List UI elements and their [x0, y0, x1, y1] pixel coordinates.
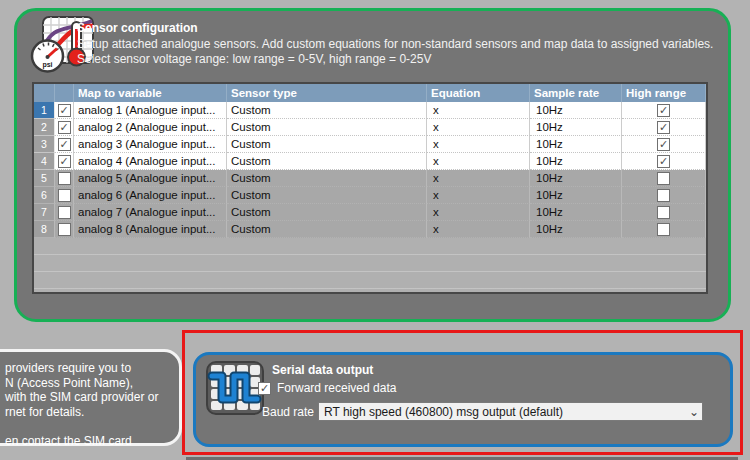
- table-row[interactable]: 5 analog 5 (Analogue input... Custom x 1…: [34, 170, 706, 187]
- high-range-cell[interactable]: [622, 170, 706, 187]
- row-number-cell[interactable]: 6: [34, 187, 55, 204]
- high-range-checkbox[interactable]: ✓: [657, 104, 670, 117]
- table-row[interactable]: 2 ✓ analog 2 (Analogue input... Custom x…: [34, 119, 706, 136]
- variable-cell[interactable]: analog 4 (Analogue input...: [74, 153, 227, 170]
- row-number-cell[interactable]: 1: [34, 102, 55, 119]
- high-range-cell[interactable]: ✓: [622, 119, 706, 136]
- equation-cell[interactable]: x: [427, 170, 530, 187]
- row-number-cell[interactable]: 8: [34, 221, 55, 238]
- row-number-cell[interactable]: 2: [34, 119, 55, 136]
- variable-cell[interactable]: analog 8 (Analogue input...: [74, 221, 227, 238]
- variable-cell[interactable]: analog 5 (Analogue input...: [74, 170, 227, 187]
- sample-rate-cell[interactable]: 10Hz: [530, 102, 622, 119]
- map-checkbox[interactable]: ✓: [58, 155, 71, 168]
- map-checkbox[interactable]: ✓: [58, 104, 71, 117]
- equation-cell[interactable]: x: [427, 153, 530, 170]
- high-range-checkbox[interactable]: [657, 206, 670, 219]
- sensor-panel-title: Sensor configuration: [77, 21, 198, 35]
- row-number-cell[interactable]: 5: [34, 170, 55, 187]
- map-checkbox-cell[interactable]: [55, 204, 74, 221]
- sensor-type-cell[interactable]: Custom: [227, 102, 427, 119]
- sensor-type-cell[interactable]: Custom: [227, 136, 427, 153]
- map-checkbox[interactable]: ✓: [58, 121, 71, 134]
- map-checkbox-cell[interactable]: ✓: [55, 136, 74, 153]
- variable-cell[interactable]: analog 7 (Analogue input...: [74, 204, 227, 221]
- header-sample-rate: Sample rate: [530, 84, 622, 102]
- sample-rate-cell[interactable]: 10Hz: [530, 153, 622, 170]
- high-range-cell[interactable]: ✓: [622, 153, 706, 170]
- sensor-table-header: Map to variable Sensor type Equation Sam…: [34, 84, 706, 102]
- sample-rate-cell[interactable]: 10Hz: [530, 221, 622, 238]
- row-number-cell[interactable]: 4: [34, 153, 55, 170]
- sim-info-line: en contact the SIM card: [5, 434, 173, 449]
- variable-cell[interactable]: analog 3 (Analogue input...: [74, 136, 227, 153]
- sample-rate-cell[interactable]: 10Hz: [530, 119, 622, 136]
- map-checkbox[interactable]: ✓: [58, 138, 71, 151]
- header-row-number: [34, 84, 55, 102]
- map-checkbox[interactable]: [58, 189, 71, 202]
- high-range-cell[interactable]: ✓: [622, 102, 706, 119]
- sensor-type-cell[interactable]: Custom: [227, 187, 427, 204]
- sim-info-line: [5, 419, 173, 434]
- map-checkbox[interactable]: [58, 223, 71, 236]
- row-number-cell[interactable]: 3: [34, 136, 55, 153]
- sensor-type-cell[interactable]: Custom: [227, 119, 427, 136]
- high-range-cell[interactable]: [622, 221, 706, 238]
- sample-rate-cell[interactable]: 10Hz: [530, 170, 622, 187]
- sensor-type-cell[interactable]: Custom: [227, 221, 427, 238]
- map-checkbox-cell[interactable]: [55, 170, 74, 187]
- variable-cell[interactable]: analog 1 (Analogue input...: [74, 102, 227, 119]
- table-row[interactable]: 3 ✓ analog 3 (Analogue input... Custom x…: [34, 136, 706, 153]
- header-equation: Equation: [427, 84, 530, 102]
- table-row[interactable]: 1 ✓ analog 1 (Analogue input... Custom x…: [34, 102, 706, 119]
- sim-info-line: rnet for details.: [5, 405, 173, 420]
- sensor-type-cell[interactable]: Custom: [227, 170, 427, 187]
- equation-cell[interactable]: x: [427, 102, 530, 119]
- sensor-type-cell[interactable]: Custom: [227, 204, 427, 221]
- forward-data-row: ✓ Forward received data: [258, 381, 396, 395]
- sensor-type-cell[interactable]: Custom: [227, 153, 427, 170]
- forward-data-label: Forward received data: [277, 381, 396, 395]
- map-checkbox[interactable]: [58, 206, 71, 219]
- high-range-cell[interactable]: [622, 204, 706, 221]
- variable-cell[interactable]: analog 6 (Analogue input...: [74, 187, 227, 204]
- table-row[interactable]: 8 analog 8 (Analogue input... Custom x 1…: [34, 221, 706, 238]
- equation-cell[interactable]: x: [427, 221, 530, 238]
- baud-rate-dropdown[interactable]: RT high speed (460800) msg output (defau…: [318, 402, 703, 421]
- sample-rate-cell[interactable]: 10Hz: [530, 136, 622, 153]
- sim-info-box: providers require you to N (Access Point…: [0, 349, 182, 446]
- variable-cell[interactable]: analog 2 (Analogue input...: [74, 119, 227, 136]
- high-range-checkbox[interactable]: [657, 189, 670, 202]
- table-row[interactable]: 4 ✓ analog 4 (Analogue input... Custom x…: [34, 153, 706, 170]
- sample-rate-cell[interactable]: 10Hz: [530, 204, 622, 221]
- sim-info-line: N (Access Point Name),: [5, 376, 173, 391]
- sample-rate-cell[interactable]: 10Hz: [530, 187, 622, 204]
- high-range-cell[interactable]: [622, 187, 706, 204]
- serial-square-wave-icon: [206, 361, 264, 415]
- map-checkbox-cell[interactable]: [55, 221, 74, 238]
- gauge-psi-label: psi: [42, 61, 52, 69]
- map-checkbox-cell[interactable]: ✓: [55, 102, 74, 119]
- table-row[interactable]: 6 analog 6 (Analogue input... Custom x 1…: [34, 187, 706, 204]
- map-checkbox-cell[interactable]: [55, 187, 74, 204]
- row-number-cell[interactable]: 7: [34, 204, 55, 221]
- equation-cell[interactable]: x: [427, 136, 530, 153]
- table-row[interactable]: 7 analog 7 (Analogue input... Custom x 1…: [34, 204, 706, 221]
- equation-cell[interactable]: x: [427, 187, 530, 204]
- high-range-checkbox[interactable]: ✓: [657, 155, 670, 168]
- high-range-checkbox[interactable]: ✓: [657, 138, 670, 151]
- sensor-panel-description-line1: Setup attached analogue sensors. Add cus…: [77, 37, 713, 51]
- map-checkbox-cell[interactable]: ✓: [55, 153, 74, 170]
- high-range-checkbox[interactable]: ✓: [657, 121, 670, 134]
- sensor-table: Map to variable Sensor type Equation Sam…: [32, 82, 708, 294]
- high-range-cell[interactable]: ✓: [622, 136, 706, 153]
- map-checkbox-cell[interactable]: ✓: [55, 119, 74, 136]
- header-high-range: High range: [622, 84, 706, 102]
- sim-info-line: with the SIM card provider or: [5, 390, 173, 405]
- equation-cell[interactable]: x: [427, 204, 530, 221]
- equation-cell[interactable]: x: [427, 119, 530, 136]
- high-range-checkbox[interactable]: [657, 172, 670, 185]
- forward-data-checkbox[interactable]: ✓: [258, 382, 271, 395]
- map-checkbox[interactable]: [58, 172, 71, 185]
- high-range-checkbox[interactable]: [657, 223, 670, 236]
